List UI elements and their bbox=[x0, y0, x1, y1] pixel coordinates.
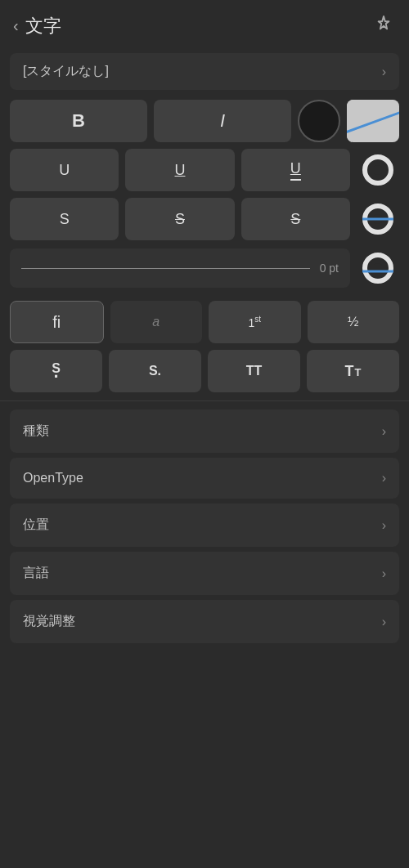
donut-inner-2 bbox=[373, 214, 383, 224]
section-chevron-3: › bbox=[382, 566, 386, 581]
italic-button[interactable]: I bbox=[154, 100, 291, 142]
tracking-value: 0 pt bbox=[320, 262, 339, 275]
sections-container: 種類 › OpenType › 位置 › 言語 › 視覚調整 › bbox=[0, 409, 409, 643]
strikethrough-double-button[interactable]: S bbox=[241, 198, 350, 240]
section-label-4: 視覚調整 bbox=[23, 613, 75, 630]
pin-button[interactable] bbox=[371, 11, 396, 40]
section-row-1[interactable]: OpenType › bbox=[10, 458, 399, 499]
format-row-3: S S S bbox=[10, 198, 399, 240]
optical-align-1[interactable] bbox=[357, 149, 399, 191]
optical-align-3[interactable] bbox=[357, 247, 399, 289]
underline-none-button[interactable]: U bbox=[10, 149, 119, 191]
alternate-button[interactable]: a bbox=[110, 301, 203, 343]
small-caps-button[interactable]: TT bbox=[307, 350, 399, 392]
underline-double-button[interactable]: U bbox=[241, 149, 350, 191]
section-chevron-0: › bbox=[382, 424, 386, 439]
format-row-2: U U U bbox=[10, 149, 399, 191]
section-row-2[interactable]: 位置 › bbox=[10, 503, 399, 547]
bold-button[interactable]: B bbox=[10, 100, 147, 142]
format-section-1: B I U U U bbox=[0, 95, 409, 301]
superscript-button[interactable]: 1st bbox=[209, 301, 301, 343]
strikethrough-none-button[interactable]: S bbox=[10, 198, 119, 240]
donut-icon-1 bbox=[362, 154, 393, 186]
ordinal-dot-label: S bbox=[52, 362, 61, 381]
section-label-0: 種類 bbox=[23, 423, 49, 440]
underline-col: U U U bbox=[10, 149, 350, 191]
fraction-button[interactable]: ½ bbox=[308, 301, 400, 343]
section-chevron-4: › bbox=[382, 615, 386, 629]
underline-single-button[interactable]: U bbox=[125, 149, 234, 191]
tracking-section: 0 pt bbox=[10, 247, 399, 289]
divider-1 bbox=[0, 400, 409, 401]
underline-row: U U U bbox=[10, 149, 350, 191]
strikethrough-single-button[interactable]: S bbox=[125, 198, 234, 240]
section-row-0[interactable]: 種類 › bbox=[10, 409, 399, 453]
donut-icon-2 bbox=[362, 204, 393, 235]
header: ‹ 文字 bbox=[0, 0, 409, 48]
section-row-4[interactable]: 視覚調整 › bbox=[10, 600, 399, 643]
section-label-1: OpenType bbox=[23, 471, 83, 485]
section-label-2: 位置 bbox=[23, 517, 49, 534]
style-chevron-icon: › bbox=[382, 65, 386, 79]
color-swatch[interactable] bbox=[347, 100, 399, 142]
small-caps-label: TT bbox=[345, 363, 362, 380]
header-left: ‹ 文字 bbox=[13, 14, 61, 38]
alternate-label: a bbox=[152, 315, 160, 329]
style-label: [スタイルなし] bbox=[23, 63, 109, 80]
strikethrough-row: S S S bbox=[10, 198, 350, 240]
tracking-row[interactable]: 0 pt bbox=[10, 248, 350, 288]
section-chevron-1: › bbox=[382, 471, 386, 485]
superscript-label: 1st bbox=[248, 315, 261, 329]
style-selector[interactable]: [スタイルなし] › bbox=[10, 53, 399, 90]
spacing-row: S S. TT TT bbox=[0, 350, 409, 392]
donut-icon-3 bbox=[362, 253, 393, 284]
page-title: 文字 bbox=[25, 14, 61, 38]
optical-align-2[interactable] bbox=[357, 198, 399, 240]
ordinal-period-button[interactable]: S. bbox=[109, 350, 201, 392]
tracking-line bbox=[21, 268, 310, 269]
feature-row-1: fi a 1st ½ bbox=[0, 301, 409, 343]
color-circle[interactable] bbox=[298, 100, 340, 142]
swatch-stripe bbox=[347, 110, 399, 134]
all-caps-button[interactable]: TT bbox=[208, 350, 300, 392]
all-caps-label: TT bbox=[246, 364, 263, 378]
back-button[interactable]: ‹ bbox=[13, 16, 19, 35]
section-row-3[interactable]: 言語 › bbox=[10, 552, 399, 595]
fraction-label: ½ bbox=[348, 315, 358, 329]
section-label-3: 言語 bbox=[23, 565, 49, 582]
ordinal-period-label: S. bbox=[149, 364, 161, 378]
ordinal-dot-button[interactable]: S bbox=[10, 350, 102, 392]
ligature-label: fi bbox=[52, 313, 61, 332]
format-row-1: B I bbox=[10, 100, 399, 142]
donut-inner-3 bbox=[373, 263, 383, 273]
ligature-button[interactable]: fi bbox=[10, 301, 104, 343]
pin-icon bbox=[375, 15, 393, 33]
section-chevron-2: › bbox=[382, 518, 386, 533]
donut-inner-1 bbox=[373, 165, 383, 175]
